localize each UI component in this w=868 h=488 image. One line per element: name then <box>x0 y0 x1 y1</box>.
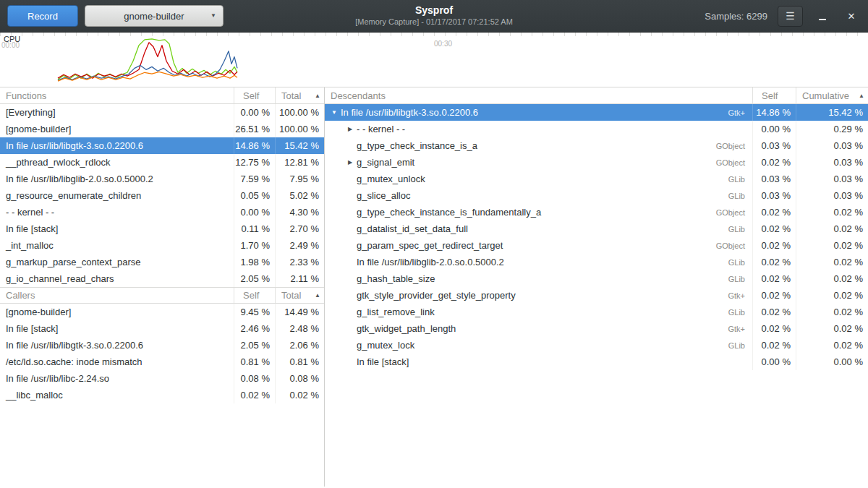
sort-arrow-icon: ▲ <box>315 292 320 299</box>
table-row[interactable]: g_param_spec_get_redirect_targetGObject0… <box>325 237 868 254</box>
library-label: GLib <box>728 225 745 234</box>
total-value: 100.00 % <box>275 104 324 121</box>
total-value: 0.81 % <box>275 354 324 370</box>
self-value: 0.02 % <box>752 204 796 221</box>
table-row[interactable]: [gnome-builder]26.51 %100.00 % <box>0 121 324 137</box>
menu-button[interactable]: ☰ <box>778 6 803 27</box>
table-row[interactable]: g_resource_enumerate_children0.05 %5.02 … <box>0 187 324 204</box>
table-row[interactable]: /etc/ld.so.cache: inode mismatch0.81 %0.… <box>0 354 324 370</box>
descendant-name-cell: In file [stack] <box>325 354 752 370</box>
self-value: 0.02 % <box>752 154 796 171</box>
table-row[interactable]: ▶g_signal_emitGObject0.02 %0.03 % <box>325 154 868 171</box>
self-value: 2.46 % <box>234 320 275 337</box>
expander-icon[interactable]: ▶ <box>344 126 357 132</box>
descendant-name: - - kernel - - <box>357 124 745 134</box>
table-row[interactable]: In file /usr/lib/libglib-2.0.so.0.5000.2… <box>325 254 868 270</box>
function-name: In file [stack] <box>0 223 234 234</box>
table-row[interactable]: g_mutex_unlockGLib0.03 %0.03 % <box>325 171 868 187</box>
descendant-name: g_type_check_instance_is_a <box>357 140 716 151</box>
table-row[interactable]: In file /usr/lib/libgtk-3.so.0.2200.614.… <box>0 137 324 154</box>
library-label: Gtk+ <box>728 108 745 117</box>
self-value: 0.02 % <box>752 237 796 254</box>
cumulative-value: 0.02 % <box>796 304 868 320</box>
minimize-button[interactable] <box>813 7 832 25</box>
table-row[interactable]: __pthread_rwlock_rdlock12.75 %12.81 % <box>0 154 324 171</box>
functions-self-column-header[interactable]: Self <box>234 87 275 103</box>
self-value: 12.75 % <box>234 154 275 171</box>
table-row[interactable]: g_io_channel_read_chars2.05 %2.11 % <box>0 270 324 287</box>
cumulative-value: 0.03 % <box>796 171 868 187</box>
cumulative-value: 0.00 % <box>796 354 868 370</box>
library-label: GObject <box>716 158 745 167</box>
minimize-icon <box>819 12 826 20</box>
table-row[interactable]: In file /usr/lib/libgtk-3.so.0.2200.62.0… <box>0 337 324 354</box>
descendants-column-header[interactable]: Descendants <box>325 90 752 101</box>
table-row[interactable]: g_datalist_id_set_data_fullGLib0.02 %0.0… <box>325 221 868 237</box>
window-subtitle: [Memory Capture] - 01/17/2017 07:21:52 A… <box>355 17 513 27</box>
table-row[interactable]: gtk_widget_path_lengthGtk+0.02 %0.02 % <box>325 320 868 337</box>
descendant-name-cell: g_hash_table_sizeGLib <box>325 270 752 287</box>
library-label: Gtk+ <box>728 325 745 333</box>
table-row[interactable]: g_hash_table_sizeGLib0.02 %0.02 % <box>325 270 868 287</box>
self-value: 9.45 % <box>234 304 275 320</box>
callers-self-column-header[interactable]: Self <box>234 288 275 303</box>
function-name: g_resource_enumerate_children <box>0 190 234 201</box>
functions-table: [Everything]0.00 %100.00 %[gnome-builder… <box>0 104 324 287</box>
expander-icon[interactable]: ▼ <box>328 109 341 116</box>
total-value: 2.48 % <box>275 320 324 337</box>
descendant-name-cell: g_mutex_lockGLib <box>325 337 752 354</box>
cumulative-value: 0.02 % <box>796 287 868 304</box>
table-row[interactable]: g_markup_parse_context_parse1.98 %2.33 % <box>0 254 324 270</box>
table-row[interactable]: [gnome-builder]9.45 %14.49 % <box>0 304 324 320</box>
cumulative-value: 0.03 % <box>796 137 868 154</box>
cumulative-value: 0.29 % <box>796 121 868 137</box>
total-value: 2.06 % <box>275 337 324 354</box>
window-title-block: Sysprof [Memory Capture] - 01/17/2017 07… <box>355 4 513 27</box>
functions-column-header[interactable]: Functions <box>0 90 234 101</box>
headerbar-right-cluster: Samples: 6299 ☰ ✕ <box>705 6 861 27</box>
table-row[interactable]: In file [stack]0.00 %0.00 % <box>325 354 868 370</box>
time-label-mid: 00:30 <box>434 40 452 48</box>
total-value: 2.49 % <box>275 237 324 254</box>
table-row[interactable]: g_mutex_lockGLib0.02 %0.02 % <box>325 337 868 354</box>
process-selector-dropdown[interactable]: gnome-builder ▼ <box>85 5 224 27</box>
table-row[interactable]: g_slice_allocGLib0.03 %0.03 % <box>325 187 868 204</box>
close-button[interactable]: ✕ <box>842 7 861 25</box>
table-row[interactable]: ▶- - kernel - -0.00 %0.29 % <box>325 121 868 137</box>
process-selector-label: gnome-builder <box>124 11 184 22</box>
table-row[interactable]: __libc_malloc0.02 %0.02 % <box>0 387 324 403</box>
table-row[interactable]: g_list_remove_linkGLib0.02 %0.02 % <box>325 304 868 320</box>
table-row[interactable]: gtk_style_provider_get_style_propertyGtk… <box>325 287 868 304</box>
table-row[interactable]: In file [stack]0.11 %2.70 % <box>0 221 324 237</box>
descendants-self-column-header[interactable]: Self <box>752 87 796 103</box>
table-row[interactable]: In file /usr/lib/libglib-2.0.so.0.5000.2… <box>0 171 324 187</box>
descendants-cumulative-column-header[interactable]: Cumulative ▲ <box>796 87 868 103</box>
descendant-name: g_signal_emit <box>357 157 716 168</box>
function-name: In file /usr/lib/libglib-2.0.so.0.5000.2 <box>0 174 234 184</box>
record-button[interactable]: Record <box>7 5 78 27</box>
table-row[interactable]: ▼In file /usr/lib/libgtk-3.so.0.2200.6Gt… <box>325 104 868 121</box>
table-row[interactable]: In file /usr/lib/libc-2.24.so0.08 %0.08 … <box>0 370 324 387</box>
total-value: 5.02 % <box>275 187 324 204</box>
total-value: 15.42 % <box>275 137 324 154</box>
hamburger-icon: ☰ <box>786 10 795 22</box>
callers-column-header[interactable]: Callers <box>0 290 234 301</box>
table-row[interactable]: [Everything]0.00 %100.00 % <box>0 104 324 121</box>
left-pane: Functions Self Total ▲ [Everything]0.00 … <box>0 87 325 487</box>
callers-total-column-header[interactable]: Total ▲ <box>275 288 324 303</box>
table-row[interactable]: - - kernel - -0.00 %4.30 % <box>0 204 324 221</box>
cpu-label: CPU <box>4 35 20 43</box>
table-row[interactable]: g_type_check_instance_is_aGObject0.03 %0… <box>325 137 868 154</box>
functions-total-column-header[interactable]: Total ▲ <box>275 87 324 103</box>
library-label: GLib <box>728 341 745 350</box>
cumulative-value: 0.02 % <box>796 320 868 337</box>
cpu-timeline[interactable]: CPU 00:00 00:30 <box>0 33 868 87</box>
self-value: 14.86 % <box>234 137 275 154</box>
function-name: In file /usr/lib/libgtk-3.so.0.2200.6 <box>0 140 234 151</box>
table-row[interactable]: In file [stack]2.46 %2.48 % <box>0 320 324 337</box>
self-value: 0.03 % <box>752 137 796 154</box>
table-row[interactable]: _int_malloc1.70 %2.49 % <box>0 237 324 254</box>
expander-icon[interactable]: ▶ <box>344 159 357 166</box>
table-row[interactable]: g_type_check_instance_is_fundamentally_a… <box>325 204 868 221</box>
function-name: __pthread_rwlock_rdlock <box>0 157 234 168</box>
